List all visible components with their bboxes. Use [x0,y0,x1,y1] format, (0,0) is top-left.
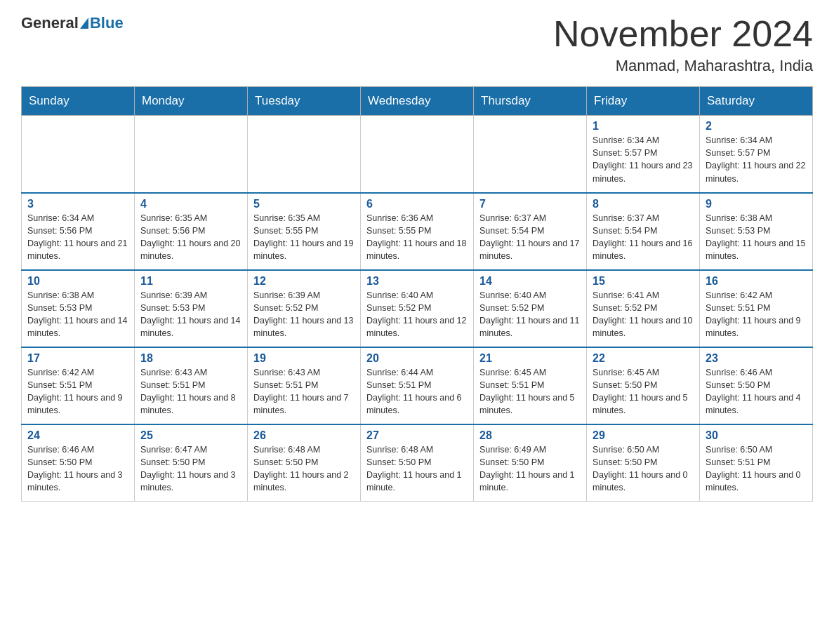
month-title: November 2024 [553,14,813,54]
logo-area: General Blue [21,14,124,32]
table-row [135,116,248,193]
logo: General Blue [21,14,124,32]
day-number: 15 [593,275,694,288]
table-row: 28Sunrise: 6:49 AMSunset: 5:50 PMDayligh… [474,424,587,502]
day-number: 17 [27,352,128,365]
day-number: 10 [27,275,128,288]
day-info: Sunrise: 6:38 AMSunset: 5:53 PMDaylight:… [27,289,128,340]
logo-blue-text: Blue [90,14,124,32]
table-row: 27Sunrise: 6:48 AMSunset: 5:50 PMDayligh… [361,424,474,502]
table-row: 16Sunrise: 6:42 AMSunset: 5:51 PMDayligh… [700,270,813,347]
day-info: Sunrise: 6:34 AMSunset: 5:57 PMDaylight:… [593,134,694,185]
day-number: 3 [27,198,128,210]
table-row: 15Sunrise: 6:41 AMSunset: 5:52 PMDayligh… [587,270,700,347]
col-sunday: Sunday [22,87,135,116]
day-number: 18 [140,352,241,365]
col-tuesday: Tuesday [248,87,361,116]
table-row: 30Sunrise: 6:50 AMSunset: 5:51 PMDayligh… [700,424,813,502]
day-info: Sunrise: 6:34 AMSunset: 5:56 PMDaylight:… [27,212,128,263]
table-row: 1Sunrise: 6:34 AMSunset: 5:57 PMDaylight… [587,116,700,193]
day-number: 27 [366,429,468,442]
day-info: Sunrise: 6:40 AMSunset: 5:52 PMDaylight:… [479,289,581,340]
table-row: 26Sunrise: 6:48 AMSunset: 5:50 PMDayligh… [248,424,361,502]
day-number: 28 [479,429,581,442]
calendar-table: Sunday Monday Tuesday Wednesday Thursday… [21,86,813,502]
day-info: Sunrise: 6:45 AMSunset: 5:51 PMDaylight:… [479,366,581,417]
table-row: 13Sunrise: 6:40 AMSunset: 5:52 PMDayligh… [361,270,474,347]
calendar-week-row: 3Sunrise: 6:34 AMSunset: 5:56 PMDaylight… [22,193,813,270]
day-number: 8 [593,198,694,210]
table-row: 19Sunrise: 6:43 AMSunset: 5:51 PMDayligh… [248,347,361,424]
day-number: 1 [593,120,694,133]
table-row: 6Sunrise: 6:36 AMSunset: 5:55 PMDaylight… [361,193,474,270]
day-number: 4 [140,198,241,210]
day-info: Sunrise: 6:47 AMSunset: 5:50 PMDaylight:… [140,443,241,495]
table-row [248,116,361,193]
day-info: Sunrise: 6:39 AMSunset: 5:52 PMDaylight:… [253,289,355,340]
col-saturday: Saturday [700,87,813,116]
day-info: Sunrise: 6:45 AMSunset: 5:50 PMDaylight:… [593,366,694,417]
day-info: Sunrise: 6:41 AMSunset: 5:52 PMDaylight:… [593,289,694,340]
col-monday: Monday [135,87,248,116]
day-number: 6 [366,198,468,210]
col-thursday: Thursday [474,87,587,116]
table-row: 8Sunrise: 6:37 AMSunset: 5:54 PMDaylight… [587,193,700,270]
day-info: Sunrise: 6:42 AMSunset: 5:51 PMDaylight:… [27,366,128,417]
logo-arrow-icon [80,18,88,29]
day-number: 11 [140,275,241,288]
day-info: Sunrise: 6:46 AMSunset: 5:50 PMDaylight:… [27,443,128,495]
table-row: 12Sunrise: 6:39 AMSunset: 5:52 PMDayligh… [248,270,361,347]
day-info: Sunrise: 6:43 AMSunset: 5:51 PMDaylight:… [253,366,355,417]
day-info: Sunrise: 6:48 AMSunset: 5:50 PMDaylight:… [253,443,355,495]
table-row: 14Sunrise: 6:40 AMSunset: 5:52 PMDayligh… [474,270,587,347]
day-info: Sunrise: 6:44 AMSunset: 5:51 PMDaylight:… [366,366,468,417]
table-row [22,116,135,193]
table-row: 21Sunrise: 6:45 AMSunset: 5:51 PMDayligh… [474,347,587,424]
table-row: 9Sunrise: 6:38 AMSunset: 5:53 PMDaylight… [700,193,813,270]
day-info: Sunrise: 6:46 AMSunset: 5:50 PMDaylight:… [706,366,807,417]
table-row: 23Sunrise: 6:46 AMSunset: 5:50 PMDayligh… [700,347,813,424]
table-row: 17Sunrise: 6:42 AMSunset: 5:51 PMDayligh… [22,347,135,424]
logo-general-text: General [21,14,79,32]
day-info: Sunrise: 6:34 AMSunset: 5:57 PMDaylight:… [706,134,807,185]
table-row: 7Sunrise: 6:37 AMSunset: 5:54 PMDaylight… [474,193,587,270]
table-row: 25Sunrise: 6:47 AMSunset: 5:50 PMDayligh… [135,424,248,502]
day-info: Sunrise: 6:37 AMSunset: 5:54 PMDaylight:… [593,212,694,263]
day-number: 7 [479,198,581,210]
table-row: 18Sunrise: 6:43 AMSunset: 5:51 PMDayligh… [135,347,248,424]
day-number: 2 [706,120,807,133]
table-row: 20Sunrise: 6:44 AMSunset: 5:51 PMDayligh… [361,347,474,424]
title-area: November 2024 Manmad, Maharashtra, India [553,14,813,75]
day-info: Sunrise: 6:35 AMSunset: 5:56 PMDaylight:… [140,212,241,263]
day-number: 22 [593,352,694,365]
day-info: Sunrise: 6:39 AMSunset: 5:53 PMDaylight:… [140,289,241,340]
table-row [474,116,587,193]
table-row: 3Sunrise: 6:34 AMSunset: 5:56 PMDaylight… [22,193,135,270]
table-row: 10Sunrise: 6:38 AMSunset: 5:53 PMDayligh… [22,270,135,347]
day-info: Sunrise: 6:38 AMSunset: 5:53 PMDaylight:… [706,212,807,263]
day-info: Sunrise: 6:37 AMSunset: 5:54 PMDaylight:… [479,212,581,263]
day-number: 25 [140,429,241,442]
day-info: Sunrise: 6:40 AMSunset: 5:52 PMDaylight:… [366,289,468,340]
day-number: 5 [253,198,355,210]
day-number: 14 [479,275,581,288]
day-number: 9 [706,198,807,210]
day-number: 20 [366,352,468,365]
day-number: 26 [253,429,355,442]
day-info: Sunrise: 6:50 AMSunset: 5:50 PMDaylight:… [593,443,694,495]
day-number: 23 [706,352,807,365]
table-row [361,116,474,193]
table-row: 2Sunrise: 6:34 AMSunset: 5:57 PMDaylight… [700,116,813,193]
day-number: 16 [706,275,807,288]
calendar-week-row: 24Sunrise: 6:46 AMSunset: 5:50 PMDayligh… [22,424,813,502]
day-info: Sunrise: 6:35 AMSunset: 5:55 PMDaylight:… [253,212,355,263]
page-header: General Blue November 2024 Manmad, Mahar… [21,14,813,75]
day-number: 29 [593,429,694,442]
col-wednesday: Wednesday [361,87,474,116]
day-number: 21 [479,352,581,365]
day-info: Sunrise: 6:43 AMSunset: 5:51 PMDaylight:… [140,366,241,417]
day-info: Sunrise: 6:36 AMSunset: 5:55 PMDaylight:… [366,212,468,263]
table-row: 5Sunrise: 6:35 AMSunset: 5:55 PMDaylight… [248,193,361,270]
day-number: 30 [706,429,807,442]
day-number: 13 [366,275,468,288]
